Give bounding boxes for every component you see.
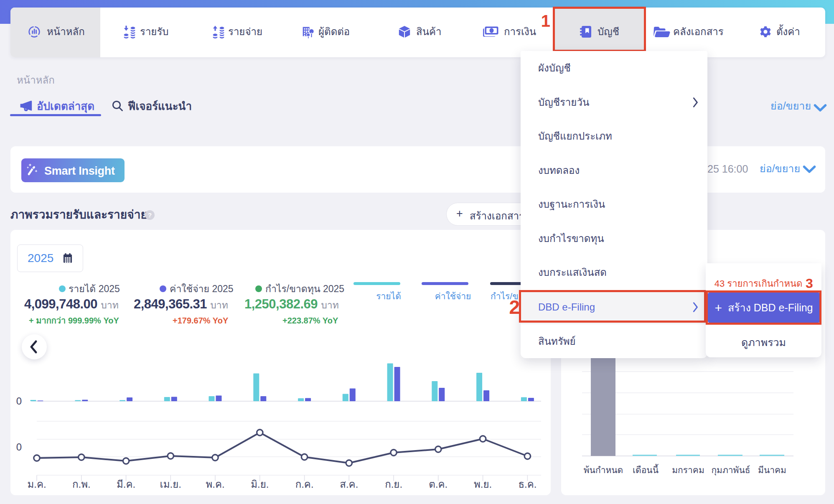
svg-text:มิ.ย.: มิ.ย. [251,479,269,490]
svg-text:ก.ย.: ก.ย. [385,479,402,490]
svg-text:พ.ค.: พ.ค. [206,479,224,490]
svg-text:เม.ย.: เม.ย. [160,479,181,490]
svg-text:มีนาคม: มีนาคม [758,465,786,475]
svg-text:มกราคม: มกราคม [672,465,704,475]
svg-text:ก.พ.: ก.พ. [72,479,91,490]
svg-text:พ.ย.: พ.ย. [474,479,492,490]
svg-text:0: 0 [16,395,22,407]
svg-text:ม.ค.: ม.ค. [27,479,46,490]
svg-text:ก.ค.: ก.ค. [295,479,314,490]
svg-text:มี.ค.: มี.ค. [117,479,135,490]
svg-text:ต.ค.: ต.ค. [429,479,448,490]
svg-text:0: 0 [16,441,22,453]
svg-text:ธ.ค.: ธ.ค. [518,479,537,490]
svg-text:พ้นกำหนด: พ้นกำหนด [584,465,623,475]
svg-text:กุมภาพันธ์: กุมภาพันธ์ [711,465,750,476]
svg-text:ส.ค.: ส.ค. [340,479,358,490]
svg-text:เดือนนี้: เดือนนี้ [633,464,659,475]
